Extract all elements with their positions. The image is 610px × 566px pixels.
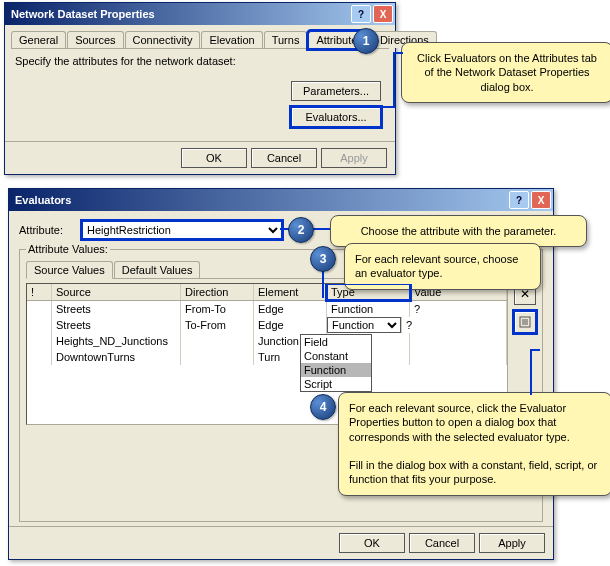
close-icon[interactable]: X	[531, 191, 551, 209]
attribute-label: Attribute:	[19, 224, 79, 236]
step-1-badge: 1	[353, 28, 379, 54]
dialog-title: Network Dataset Properties	[11, 8, 155, 20]
cancel-button[interactable]: Cancel	[251, 148, 317, 168]
dialog-buttons: OK Cancel Apply	[5, 141, 395, 174]
table-row[interactable]: Streets From-To Edge Function ?	[27, 301, 507, 317]
col-source[interactable]: Source	[52, 284, 181, 300]
specify-text: Specify the attributes for the network d…	[15, 55, 385, 67]
table-row[interactable]: DowntownTurns Turn	[27, 349, 507, 365]
help-icon[interactable]: ?	[509, 191, 529, 209]
tab-sources[interactable]: Sources	[67, 31, 123, 48]
evaluators-button[interactable]: Evaluators...	[291, 107, 381, 127]
help-icon[interactable]: ?	[351, 5, 371, 23]
attribute-values-legend: Attribute Values:	[26, 243, 110, 255]
tab-turns[interactable]: Turns	[264, 31, 308, 48]
col-flag[interactable]: !	[27, 284, 52, 300]
step-4-badge: 4	[310, 394, 336, 420]
step-2-badge: 2	[288, 217, 314, 243]
parameters-button[interactable]: Parameters...	[291, 81, 381, 101]
table-row[interactable]: Streets To-From Edge Function ?	[27, 317, 507, 333]
type-option[interactable]: Function	[301, 363, 371, 377]
col-element[interactable]: Element	[254, 284, 327, 300]
col-direction[interactable]: Direction	[181, 284, 254, 300]
apply-button[interactable]: Apply	[479, 533, 545, 553]
tab-general[interactable]: General	[11, 31, 66, 48]
table-row[interactable]: Heights_ND_Junctions Junction	[27, 333, 507, 349]
titlebar[interactable]: Network Dataset Properties ? X	[5, 3, 395, 25]
ok-button[interactable]: OK	[339, 533, 405, 553]
col-type[interactable]: Type	[327, 284, 410, 300]
type-option[interactable]: Script	[301, 377, 371, 391]
callout-3: For each relevant source, choose an eval…	[344, 243, 541, 290]
ok-button[interactable]: OK	[181, 148, 247, 168]
close-icon[interactable]: X	[373, 5, 393, 23]
tab-elevation[interactable]: Elevation	[201, 31, 262, 48]
tab-connectivity[interactable]: Connectivity	[125, 31, 201, 48]
dialog-buttons: OK Cancel Apply	[9, 526, 553, 559]
type-option[interactable]: Constant	[301, 349, 371, 363]
dialog-title: Evaluators	[15, 194, 71, 206]
tab-default-values[interactable]: Default Values	[114, 261, 201, 278]
type-option[interactable]: Field	[301, 335, 371, 349]
type-dropdown[interactable]: Field Constant Function Script	[300, 334, 372, 392]
apply-button: Apply	[321, 148, 387, 168]
tab-source-values[interactable]: Source Values	[26, 261, 113, 279]
titlebar[interactable]: Evaluators ? X	[9, 189, 553, 211]
callout-1: Click Evaluators on the Attributes tab o…	[401, 42, 610, 103]
callout-4: For each relevant source, click the Eval…	[338, 392, 610, 496]
network-dataset-properties-dialog: Network Dataset Properties ? X General S…	[4, 2, 396, 175]
cancel-button[interactable]: Cancel	[409, 533, 475, 553]
properties-icon	[519, 316, 531, 328]
type-select[interactable]: Function	[327, 317, 401, 333]
evaluator-properties-button[interactable]	[514, 311, 536, 333]
step-3-badge: 3	[310, 246, 336, 272]
attribute-select[interactable]: HeightRestriction	[82, 221, 282, 239]
tabs: General Sources Connectivity Elevation T…	[11, 31, 389, 49]
